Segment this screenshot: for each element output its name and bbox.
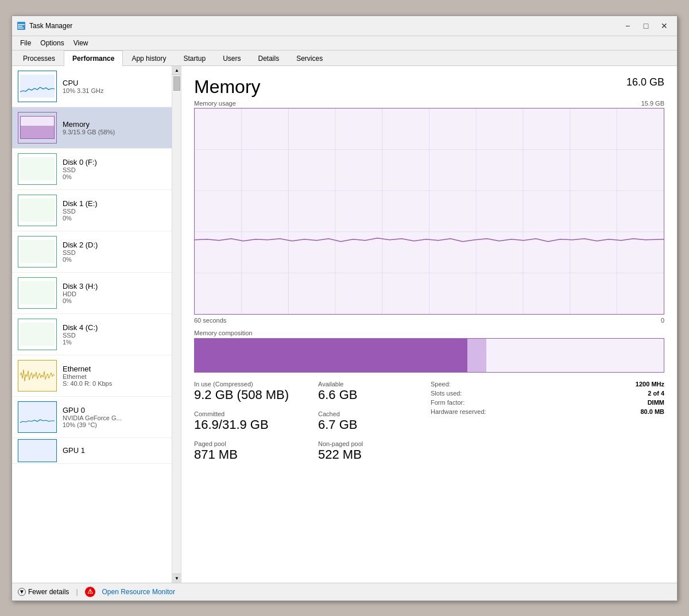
disk3-info: Disk 3 (H:) HDD 0% [63,282,167,304]
disk0-type: SSD [63,166,167,173]
memory-chart [194,108,664,315]
sidebar-item-memory[interactable]: Memory 9.3/15.9 GB (58%) [12,107,172,149]
disk0-thumbnail [18,153,57,185]
panel-total-size: 16.0 GB [626,76,664,88]
paged-pool-value: 871 MB [194,447,309,462]
minimize-button[interactable]: − [620,20,636,32]
disk1-usage: 0% [63,215,167,222]
cpu-name: CPU [63,79,167,87]
scroll-up-arrow[interactable]: ▲ [172,66,181,75]
slots-row: Slots used: 2 of 4 [431,390,664,397]
sidebar-item-disk1[interactable]: Disk 1 (E:) SSD 0% [12,190,172,231]
open-resource-monitor-link[interactable]: Open Resource Monitor [102,588,175,596]
disk2-info: Disk 2 (D:) SSD 0% [63,241,167,263]
bottom-divider: | [76,588,78,596]
close-button[interactable]: ✕ [656,20,672,32]
gpu0-thumbnail [18,401,57,433]
menu-options[interactable]: Options [36,37,68,49]
memory-fill [21,126,54,138]
disk4-name: Disk 4 (C:) [63,323,167,332]
disk0-info: Disk 0 (F:) SSD 0% [63,158,167,180]
sidebar-item-disk2[interactable]: Disk 2 (D:) SSD 0% [12,231,172,273]
sidebar-item-gpu1[interactable]: GPU 1 [12,438,172,464]
speed-value: 1200 MHz [636,381,664,388]
ethernet-info: Ethernet Ethernet S: 40.0 R: 0 Kbps [63,365,167,387]
disk0-usage: 0% [63,173,167,180]
tab-processes[interactable]: Processes [14,51,64,66]
resource-monitor-icon: ⚠ [85,587,95,597]
svg-rect-2 [18,26,22,27]
tab-app-history[interactable]: App history [123,51,175,66]
tab-startup[interactable]: Startup [175,51,214,66]
cached-value: 6.7 GB [318,417,421,432]
cpu-info: CPU 10% 3.31 GHz [63,79,167,94]
ethernet-sub: Ethernet [63,373,167,380]
ethernet-thumbnail [18,360,57,392]
menu-file[interactable]: File [16,37,36,49]
sidebar-item-disk3[interactable]: Disk 3 (H:) HDD 0% [12,273,172,314]
disk1-thumbnail [18,195,57,226]
disk0-name: Disk 0 (F:) [63,158,167,166]
sidebar-item-ethernet[interactable]: Ethernet Ethernet S: 40.0 R: 0 Kbps [12,355,172,397]
stats-col2: Available 6.6 GB Cached 6.7 GB Non-paged… [318,381,421,462]
composition-label: Memory composition [194,330,664,336]
tab-details[interactable]: Details [249,51,288,66]
cached-block: Cached 6.7 GB [318,410,421,432]
max-label: 15.9 GB [641,100,664,107]
available-value: 6.6 GB [318,388,421,402]
slots-value: 2 of 4 [648,390,664,397]
disk4-thumbnail [18,319,57,350]
composition-bar [194,338,664,373]
form-value: DIMM [648,399,664,406]
right-stats: Speed: 1200 MHz Slots used: 2 of 4 Form … [431,381,664,462]
cpu-usage: 10% 3.31 GHz [63,87,167,94]
slots-label: Slots used: [431,390,462,397]
menu-view[interactable]: View [69,37,93,49]
chart-label-row: Memory usage 15.9 GB [194,100,664,107]
tab-services[interactable]: Services [288,51,331,66]
tab-users[interactable]: Users [214,51,249,66]
chart-time-row: 60 seconds 0 [194,317,664,324]
maximize-button[interactable]: □ [638,20,654,32]
speed-row: Speed: 1200 MHz [431,381,664,388]
sidebar-scrollbar[interactable]: ▲ ▼ [172,66,181,583]
tab-performance[interactable]: Performance [64,51,123,66]
fewer-details-button[interactable]: ▼ Fewer details [18,588,69,596]
disk4-type: SSD [63,332,167,339]
menu-bar: File Options View [12,36,677,51]
available-block: Available 6.6 GB [318,381,421,402]
committed-block: Committed 16.9/31.9 GB [194,410,309,432]
nonpaged-pool-label: Non-paged pool [318,440,421,447]
disk3-name: Disk 3 (H:) [63,282,167,290]
ethernet-name: Ethernet [63,365,167,373]
svg-rect-8 [20,281,55,304]
svg-rect-10 [20,364,55,387]
disk2-usage: 0% [63,256,167,263]
sidebar-item-cpu[interactable]: CPU 10% 3.31 GHz [12,66,172,107]
disk4-usage: 1% [63,339,167,346]
sidebar-item-disk0[interactable]: Disk 0 (F:) SSD 0% [12,149,172,190]
form-row: Form factor: DIMM [431,399,664,406]
tab-bar: Processes Performance App history Startu… [12,51,677,66]
disk4-info: Disk 4 (C:) SSD 1% [63,323,167,346]
svg-rect-6 [20,199,55,222]
sidebar-item-gpu0[interactable]: GPU 0 NVIDIA GeForce G... 10% (39 °C) [12,397,172,438]
scroll-down-arrow[interactable]: ▼ [172,574,181,583]
gpu0-model: NVIDIA GeForce G... [63,414,167,421]
sidebar-item-disk4[interactable]: Disk 4 (C:) SSD 1% [12,314,172,355]
scroll-thumb[interactable] [173,76,180,91]
hw-reserved-row: Hardware reserved: 80.0 MB [431,408,664,415]
bottom-bar: ▼ Fewer details | ⚠ Open Resource Monito… [12,583,677,600]
usage-label: Memory usage [194,100,236,107]
disk1-type: SSD [63,208,167,215]
fewer-details-label: Fewer details [28,588,69,596]
hw-reserved-value: 80.0 MB [640,408,664,415]
paged-pool-label: Paged pool [194,440,309,447]
time-start: 60 seconds [194,317,226,324]
gpu0-info: GPU 0 NVIDIA GeForce G... 10% (39 °C) [63,406,167,428]
disk3-usage: 0% [63,297,167,304]
svg-rect-11 [20,405,55,428]
task-manager-window: Task Manager − □ ✕ File Options View Pro… [11,16,678,601]
disk2-thumbnail [18,236,57,268]
svg-rect-4 [20,75,55,98]
